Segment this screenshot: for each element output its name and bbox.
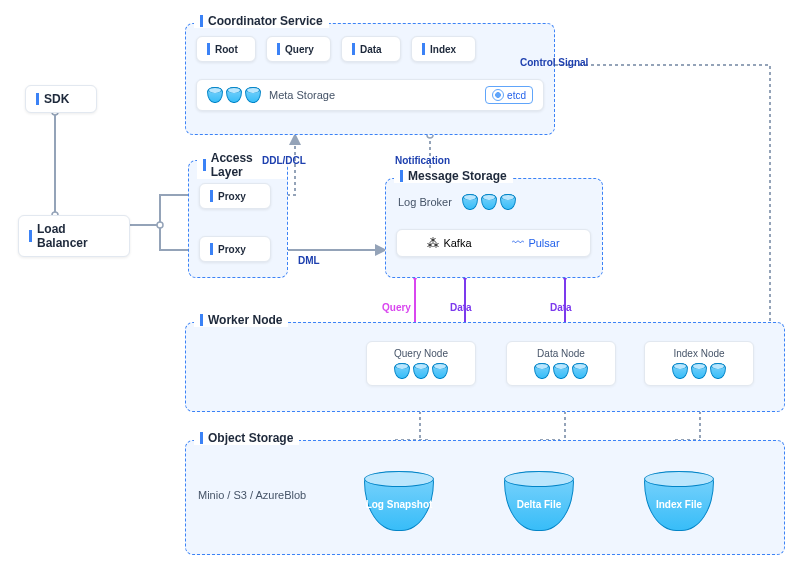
edge-query: Query bbox=[382, 302, 411, 313]
coord-data: Data bbox=[341, 36, 401, 62]
message-storage-title: Message Storage bbox=[394, 169, 513, 183]
coordinator-title: Coordinator Service bbox=[194, 14, 329, 28]
access-layer-section: Access Layer Proxy Proxy bbox=[188, 160, 288, 278]
object-storage-section: Object Storage Minio / S3 / AzureBlob Lo… bbox=[185, 440, 785, 555]
gear-icon bbox=[492, 89, 504, 101]
worker-title: Worker Node bbox=[194, 313, 288, 327]
kafka-item: ⁂ Kafka bbox=[427, 236, 471, 250]
meta-storage-cylinders-icon bbox=[207, 87, 261, 103]
coord-root: Root bbox=[196, 36, 256, 62]
etcd-badge: etcd bbox=[485, 86, 533, 104]
worker-section: Worker Node Query Node Data Node Index N… bbox=[185, 322, 785, 412]
proxy-1: Proxy bbox=[199, 183, 271, 209]
object-storage-title: Object Storage bbox=[194, 431, 299, 445]
edge-dml: DML bbox=[298, 255, 320, 266]
index-node: Index Node bbox=[644, 341, 754, 386]
kafka-icon: ⁂ bbox=[427, 236, 439, 250]
svg-point-2 bbox=[157, 222, 163, 228]
index-file-cylinder: Index File bbox=[644, 471, 714, 531]
pulsar-icon: 〰 bbox=[512, 236, 524, 250]
sdk-label: SDK bbox=[36, 92, 69, 106]
query-node: Query Node bbox=[366, 341, 476, 386]
query-node-cylinders-icon bbox=[373, 363, 469, 379]
log-broker-label: Log Broker bbox=[398, 196, 452, 208]
load-balancer-label: Load Balancer bbox=[29, 222, 119, 250]
index-node-cylinders-icon bbox=[651, 363, 747, 379]
access-layer-title: Access Layer bbox=[197, 151, 287, 179]
edge-data-1: Data bbox=[450, 302, 472, 313]
sdk-box: SDK bbox=[25, 85, 97, 113]
log-broker-cylinders-icon bbox=[462, 194, 516, 210]
meta-storage-label: Meta Storage bbox=[269, 89, 335, 101]
log-snapshot-cylinder: Log Snapshot bbox=[364, 471, 434, 531]
meta-storage-box: Meta Storage etcd bbox=[196, 79, 544, 111]
edge-notification: Notification bbox=[395, 155, 450, 166]
pulsar-item: 〰 Pulsar bbox=[512, 236, 559, 250]
proxy-2: Proxy bbox=[199, 236, 271, 262]
coordinator-section: Coordinator Service Root Query Data Inde… bbox=[185, 23, 555, 135]
storage-providers: Minio / S3 / AzureBlob bbox=[198, 489, 306, 501]
coord-query: Query bbox=[266, 36, 331, 62]
data-node: Data Node bbox=[506, 341, 616, 386]
load-balancer-box: Load Balancer bbox=[18, 215, 130, 257]
msg-brokers: ⁂ Kafka 〰 Pulsar bbox=[396, 229, 591, 257]
data-node-cylinders-icon bbox=[513, 363, 609, 379]
edge-data-2: Data bbox=[550, 302, 572, 313]
delta-file-cylinder: Delta File bbox=[504, 471, 574, 531]
message-storage-section: Message Storage Log Broker ⁂ Kafka 〰 Pul… bbox=[385, 178, 603, 278]
coord-index: Index bbox=[411, 36, 476, 62]
